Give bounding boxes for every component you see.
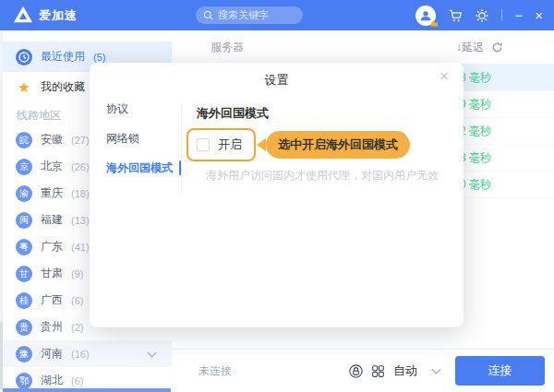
- section-heading: 海外回国模式: [197, 105, 449, 122]
- sidebar-scrollbar-thumb[interactable]: [0, 321, 3, 390]
- clock-icon: [16, 49, 32, 65]
- search-placeholder: 搜索关键字: [218, 8, 269, 22]
- sort-by-latency[interactable]: ↓延迟: [456, 40, 484, 55]
- sidebar-item-label: 最近使用: [41, 49, 85, 65]
- province-badge: 粤: [16, 239, 32, 255]
- sidebar-item-count: (5): [93, 52, 105, 63]
- province-badge: 甘: [16, 266, 32, 282]
- mode-chevron-down-icon[interactable]: [432, 365, 441, 374]
- connect-button[interactable]: 连接: [455, 356, 545, 386]
- sidebar-item-label: 我的收藏: [41, 79, 85, 95]
- dialog-nav-network-lock[interactable]: 网络锁: [90, 124, 181, 153]
- mode-grid-icon[interactable]: [371, 364, 385, 378]
- star-icon: ★: [16, 79, 32, 96]
- mode-selector-label[interactable]: 自动: [393, 362, 417, 379]
- province-badge: 豫: [16, 346, 32, 362]
- province-badge: 桂: [16, 292, 32, 309]
- dialog-title: 设置: [90, 72, 464, 89]
- latency-value: 2 毫秒: [460, 124, 491, 139]
- close-button[interactable]: ×: [535, 0, 543, 30]
- province-badge: 闽: [16, 212, 32, 229]
- header-divider: [501, 9, 502, 21]
- app-logo-icon: [13, 5, 33, 25]
- dialog-nav-protocol[interactable]: 协议: [90, 94, 181, 124]
- dialog-nav-divider: [181, 104, 182, 193]
- mode-description: 海外用户访问国内才使用代理，对国内用户无效: [206, 168, 449, 184]
- dialog-nav: 协议 网络锁 海外回国模式: [90, 94, 181, 183]
- title-bar: 爱加速 搜索关键字: [0, 0, 554, 30]
- app-window: 爱加速 搜索关键字: [0, 0, 554, 392]
- enable-checkbox-label: 开启: [218, 137, 242, 153]
- refresh-icon[interactable]: [491, 42, 503, 53]
- user-avatar[interactable]: [416, 6, 436, 26]
- province-badge: 京: [16, 159, 32, 175]
- server-list-header: 服务器 ↓延迟: [172, 30, 554, 65]
- latency-value: 8 毫秒: [460, 70, 491, 86]
- network-lock-icon[interactable]: [349, 364, 363, 378]
- app-title: 爱加速: [39, 0, 78, 30]
- enable-checkbox-highlight: 开启: [187, 128, 256, 161]
- connection-bar: 未连接 自动 连接: [172, 349, 554, 392]
- province-badge: 渝: [16, 185, 32, 202]
- sidebar-item-henan[interactable]: 豫 河南 (16): [0, 340, 172, 367]
- minimize-button[interactable]: −: [514, 0, 523, 30]
- tutorial-callout: 选中开启海外回国模式: [257, 131, 410, 159]
- dialog-content: 海外回国模式 开启 选中开启海外回国模式 海外用户访问国内才使用代理，对国内用户…: [197, 105, 449, 184]
- province-badge: 皖: [16, 132, 32, 148]
- settings-gear-icon[interactable]: [475, 8, 489, 23]
- search-input[interactable]: 搜索关键字: [196, 6, 303, 24]
- column-server-label: 服务器: [211, 40, 244, 55]
- latency-value: 0 毫秒: [460, 177, 491, 193]
- dialog-close-icon[interactable]: ×: [440, 68, 449, 84]
- callout-text: 选中开启海外回国模式: [266, 131, 410, 159]
- dialog-nav-overseas-mode[interactable]: 海外回国模式: [90, 153, 181, 183]
- connection-status: 未连接: [199, 363, 232, 379]
- search-icon: [203, 10, 213, 20]
- callout-arrow-icon: [257, 138, 266, 151]
- province-badge: 贵: [16, 319, 32, 336]
- chevron-down-icon[interactable]: [148, 349, 157, 358]
- enable-checkbox[interactable]: [197, 138, 210, 151]
- settings-dialog: 设置 × 协议 网络锁 海外回国模式 海外回国模式 开启 选中开启海外回国模式: [90, 63, 464, 327]
- latency-value: 3 毫秒: [460, 150, 491, 166]
- cart-icon[interactable]: [448, 8, 463, 23]
- province-badge: 鄂: [16, 373, 32, 389]
- sidebar-bottom-row-edge: [3, 388, 171, 392]
